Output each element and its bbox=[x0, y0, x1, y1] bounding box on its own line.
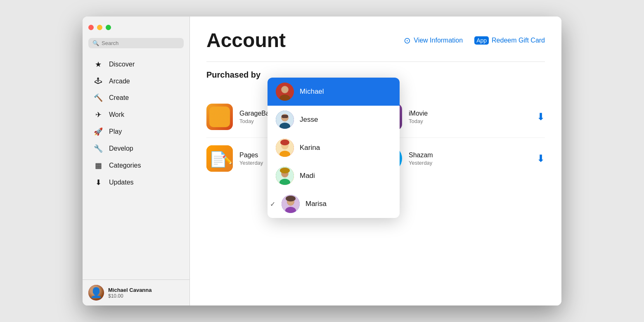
jesse-avatar bbox=[276, 111, 294, 129]
updates-icon: ⬇ bbox=[93, 178, 103, 187]
svg-rect-0 bbox=[209, 107, 230, 127]
redeem-label: Redeem Gift Card bbox=[492, 37, 545, 44]
main-header: Account ⊙ View Information App Redeem Gi… bbox=[206, 29, 545, 52]
user-name: Michael Cavanna bbox=[108, 287, 152, 293]
play-icon: 🚀 bbox=[93, 127, 103, 136]
user-balance: $10.00 bbox=[108, 293, 152, 299]
app-window: 🔍 ★ Discover 🕹 Arcade 🔨 Create ✈ Work 🚀 bbox=[83, 17, 561, 305]
sidebar-item-categories[interactable]: ▦ Categories bbox=[86, 157, 186, 174]
categories-icon: ▦ bbox=[93, 161, 103, 170]
sidebar-item-label: Updates bbox=[109, 179, 134, 186]
jesse-name: Jesse bbox=[300, 116, 318, 124]
madi-name: Madi bbox=[300, 172, 315, 180]
redeem-icon: App bbox=[474, 36, 489, 45]
shazam-download[interactable]: ⬇ bbox=[537, 153, 545, 164]
sidebar-item-label: Develop bbox=[109, 145, 133, 152]
purchased-label: Purchased by bbox=[206, 70, 260, 80]
dropdown-item-jesse[interactable]: Jesse bbox=[268, 106, 400, 134]
redeem-button[interactable]: App Redeem Gift Card bbox=[474, 36, 545, 45]
imovie-download[interactable]: ⬇ bbox=[537, 111, 545, 123]
page-title: Account bbox=[206, 29, 286, 52]
svg-point-29 bbox=[280, 168, 290, 173]
imovie-info: iMovie Today bbox=[409, 110, 530, 124]
app-row-shazam: S Shazam Yesterday ⬇ bbox=[376, 138, 545, 179]
sidebar-item-label: Work bbox=[109, 111, 124, 118]
garageband-icon: 🎸 bbox=[206, 104, 233, 130]
avatar: 👤 bbox=[88, 285, 104, 301]
svg-point-24 bbox=[280, 140, 289, 145]
develop-icon: 🔧 bbox=[93, 144, 103, 153]
svg-text:✏️: ✏️ bbox=[222, 155, 232, 165]
header-actions: ⊙ View Information App Redeem Gift Card bbox=[404, 36, 545, 45]
sidebar-item-label: Categories bbox=[109, 162, 141, 169]
shazam-info: Shazam Yesterday bbox=[409, 152, 530, 166]
sidebar-item-label: Discover bbox=[109, 61, 135, 68]
michael-name: Michael bbox=[300, 88, 324, 96]
checkmark-icon: ✓ bbox=[270, 200, 275, 208]
search-icon: 🔍 bbox=[92, 40, 99, 46]
nav-list: ★ Discover 🕹 Arcade 🔨 Create ✈ Work 🚀 Pl… bbox=[83, 54, 189, 279]
michael-avatar bbox=[276, 83, 294, 101]
minimize-button[interactable] bbox=[97, 25, 102, 30]
sidebar-item-label: Arcade bbox=[109, 78, 130, 85]
sidebar-item-discover[interactable]: ★ Discover bbox=[86, 56, 186, 73]
marisa-avatar bbox=[282, 195, 300, 213]
madi-avatar bbox=[276, 167, 294, 185]
user-dropdown: Michael Jesse bbox=[268, 78, 400, 218]
imovie-date: Today bbox=[409, 118, 530, 124]
sidebar-item-create[interactable]: 🔨 Create bbox=[86, 90, 186, 106]
maximize-button[interactable] bbox=[106, 25, 111, 30]
sidebar-item-play[interactable]: 🚀 Play bbox=[86, 123, 186, 140]
arcade-icon: 🕹 bbox=[93, 77, 103, 85]
marisa-name: Marisa bbox=[305, 200, 327, 208]
create-icon: 🔨 bbox=[93, 93, 103, 102]
pages-icon: 📄 ✏️ bbox=[206, 145, 233, 172]
sidebar-item-label: Play bbox=[109, 128, 122, 135]
dropdown-item-karina[interactable]: Karina bbox=[268, 134, 400, 162]
titlebar bbox=[83, 17, 189, 38]
shazam-name: Shazam bbox=[409, 152, 530, 159]
sidebar-item-arcade[interactable]: 🕹 Arcade bbox=[86, 73, 186, 89]
dropdown-item-michael[interactable]: Michael bbox=[268, 78, 400, 106]
user-info: Michael Cavanna $10.00 bbox=[108, 287, 152, 299]
sidebar: 🔍 ★ Discover 🕹 Arcade 🔨 Create ✈ Work 🚀 bbox=[83, 17, 190, 305]
view-info-label: View Information bbox=[414, 37, 463, 44]
close-button[interactable] bbox=[88, 25, 94, 30]
work-icon: ✈ bbox=[93, 110, 103, 119]
karina-name: Karina bbox=[300, 144, 320, 152]
search-bar[interactable]: 🔍 bbox=[88, 38, 184, 48]
main-content: Account ⊙ View Information App Redeem Gi… bbox=[190, 17, 561, 305]
karina-avatar bbox=[276, 139, 294, 157]
view-info-button[interactable]: ⊙ View Information bbox=[404, 36, 463, 45]
sidebar-item-updates[interactable]: ⬇ Updates bbox=[86, 174, 186, 191]
search-input[interactable] bbox=[102, 40, 180, 46]
app-row-imovie: ⭐ 📹 iMovie Today ⬇ bbox=[376, 96, 545, 138]
shazam-date: Yesterday bbox=[409, 160, 530, 166]
dropdown-item-madi[interactable]: Madi bbox=[268, 162, 400, 190]
svg-point-14 bbox=[282, 86, 288, 93]
svg-rect-19 bbox=[282, 115, 288, 118]
dropdown-item-marisa[interactable]: ✓ Marisa bbox=[268, 190, 400, 218]
svg-point-34 bbox=[286, 196, 296, 201]
sidebar-item-develop[interactable]: 🔧 Develop bbox=[86, 140, 186, 157]
sidebar-item-work[interactable]: ✈ Work bbox=[86, 107, 186, 123]
sidebar-item-label: Create bbox=[109, 94, 129, 102]
view-info-icon: ⊙ bbox=[404, 36, 411, 45]
discover-icon: ★ bbox=[93, 60, 103, 69]
imovie-name: iMovie bbox=[409, 110, 530, 117]
user-profile[interactable]: 👤 Michael Cavanna $10.00 bbox=[83, 279, 189, 305]
header-divider bbox=[206, 62, 545, 62]
